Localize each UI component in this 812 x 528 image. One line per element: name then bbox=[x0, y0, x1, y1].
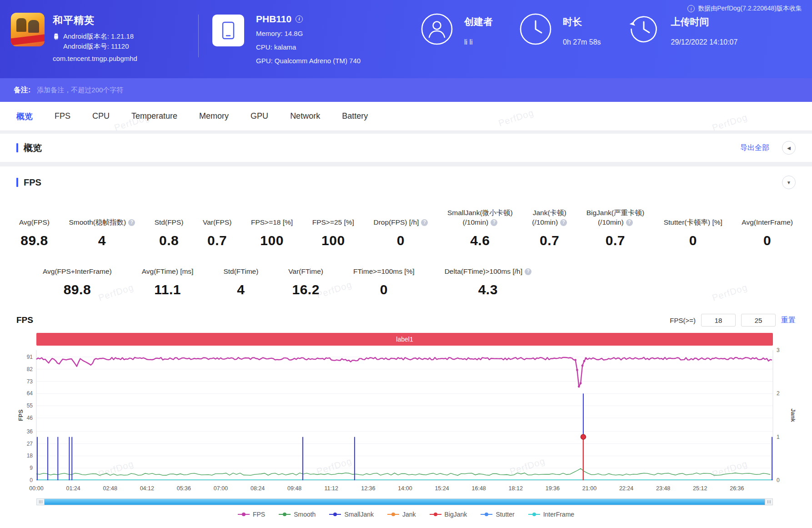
legend-interframe[interactable]: InterFrame bbox=[528, 511, 574, 518]
title-accent bbox=[16, 178, 18, 187]
app-name: 和平精英 bbox=[53, 14, 137, 27]
svg-text:14:00: 14:00 bbox=[398, 485, 412, 492]
metric-value: 100 bbox=[312, 233, 354, 248]
chart-annotation-text: label1 bbox=[396, 336, 413, 343]
svg-text:00:00: 00:00 bbox=[29, 485, 43, 492]
metric-value: 0.7 bbox=[203, 233, 231, 248]
svg-text:16:48: 16:48 bbox=[472, 485, 486, 492]
overview-title: 概览 bbox=[16, 142, 42, 154]
svg-text:46: 46 bbox=[27, 415, 33, 421]
tab-gpu[interactable]: GPU bbox=[251, 111, 268, 121]
info-icon: i bbox=[687, 5, 695, 12]
remark-input[interactable]: 备注: 添加备注，不超过200个字符 bbox=[0, 78, 812, 102]
device-model: PHB110 bbox=[256, 13, 291, 25]
fps-metrics-primary: Avg(FPS)89.8Smooth(稳帧指数)?4Std(FPS)0.8Var… bbox=[19, 207, 793, 248]
metric-value: 4.3 bbox=[445, 282, 531, 297]
help-icon[interactable]: ? bbox=[421, 219, 428, 226]
fps-chart[interactable]: 09182736465564738291012300:0001:2402:480… bbox=[16, 347, 796, 498]
svg-text:27: 27 bbox=[27, 441, 33, 447]
metric-avg-fps-interframe: Avg(FPS+InterFrame)89.8 bbox=[43, 267, 112, 297]
svg-text:0: 0 bbox=[777, 477, 780, 483]
overview-section-header: 概览 导出全部 ◀ bbox=[0, 134, 812, 162]
metric-value: 16.2 bbox=[288, 282, 323, 297]
svg-text:18: 18 bbox=[27, 453, 33, 459]
metric-label: Var(FTime) bbox=[288, 267, 323, 277]
svg-text:64: 64 bbox=[27, 390, 33, 397]
legend-stutter[interactable]: Stutter bbox=[481, 511, 514, 518]
help-icon[interactable]: ? bbox=[491, 219, 497, 226]
svg-text:05:36: 05:36 bbox=[177, 485, 191, 492]
scrollbar-thumb[interactable] bbox=[45, 499, 765, 505]
device-memory: Memory: 14.8G bbox=[256, 27, 361, 40]
metric-avg-ftime: Avg(FTime) [ms]11.1 bbox=[142, 267, 194, 297]
duration-block: 时长 0h 27m 58s bbox=[519, 13, 601, 46]
metric-label: (/10min) bbox=[532, 217, 558, 227]
metric-avg-interframe: Avg(InterFrame)0 bbox=[742, 207, 793, 248]
legend-marker-icon bbox=[279, 512, 291, 517]
tab-network[interactable]: Network bbox=[290, 111, 320, 121]
collapse-panel-button[interactable]: ◀ bbox=[782, 141, 796, 155]
overview-title-text: 概览 bbox=[24, 142, 42, 154]
metric-value: 11.1 bbox=[142, 282, 194, 297]
svg-text:21:00: 21:00 bbox=[582, 485, 596, 492]
metric-label: Delta(FTime)>100ms [/h] bbox=[445, 267, 522, 277]
svg-text:23:48: 23:48 bbox=[656, 485, 670, 492]
legend-smooth[interactable]: Smooth bbox=[279, 511, 316, 518]
metric-var-ftime: Var(FTime)16.2 bbox=[288, 267, 323, 297]
metric-label: Avg(FPS+InterFrame) bbox=[43, 267, 112, 277]
collapse-fps-button[interactable]: ▼ bbox=[782, 176, 796, 189]
svg-text:09:48: 09:48 bbox=[287, 485, 301, 492]
help-icon[interactable]: ? bbox=[525, 268, 531, 275]
metric-stutter: Stutter(卡顿率) [%]0 bbox=[664, 207, 722, 248]
help-icon[interactable]: ? bbox=[626, 219, 633, 226]
creator-icon bbox=[421, 13, 453, 45]
legend-marker-icon bbox=[387, 512, 399, 517]
legend-smalljank[interactable]: SmallJank bbox=[329, 511, 374, 518]
remark-placeholder: 添加备注，不超过200个字符 bbox=[37, 86, 123, 95]
metric-small-jank: SmallJank(微小卡顿)(/10min)?4.6 bbox=[447, 207, 513, 248]
fps-section: FPS ▼ Avg(FPS)89.8Smooth(稳帧指数)?4Std(FPS)… bbox=[0, 166, 812, 528]
legend-marker-icon bbox=[238, 512, 250, 517]
metric-label: SmallJank(微小卡顿) bbox=[447, 208, 513, 218]
metric-value: 0 bbox=[373, 233, 428, 248]
fps-threshold-input-2[interactable] bbox=[741, 314, 776, 327]
legend-fps[interactable]: FPS bbox=[238, 511, 265, 518]
metric-value: 0 bbox=[664, 233, 722, 248]
app-package: com.tencent.tmgp.pubgmhd bbox=[53, 55, 137, 62]
creator-block: 创建者 li li bbox=[421, 13, 493, 46]
svg-text:22:24: 22:24 bbox=[619, 485, 633, 492]
help-icon[interactable]: ? bbox=[128, 219, 135, 226]
metric-std-fps: Std(FPS)0.8 bbox=[155, 207, 184, 248]
app-block: 和平精英 Android版本名: 1.21.18 Android版本号: 111… bbox=[11, 13, 196, 62]
duration-clock-icon bbox=[519, 13, 552, 45]
metric-var-fps: Var(FPS)0.7 bbox=[203, 207, 231, 248]
export-all-link[interactable]: 导出全部 bbox=[740, 143, 769, 153]
metric-smooth: Smooth(稳帧指数)?4 bbox=[69, 207, 135, 248]
metric-label: Drop(FPS) [/h] bbox=[373, 217, 419, 227]
tab-memory[interactable]: Memory bbox=[199, 111, 229, 121]
fps-threshold-input-1[interactable] bbox=[701, 314, 736, 327]
device-cpu: CPU: kalama bbox=[256, 40, 361, 54]
tab-fps[interactable]: FPS bbox=[55, 111, 70, 121]
svg-text:82: 82 bbox=[27, 366, 33, 372]
scrollbar-left-handle[interactable] bbox=[37, 499, 45, 505]
svg-text:9: 9 bbox=[30, 465, 33, 471]
metric-label: FPS>=18 [%] bbox=[251, 217, 293, 227]
tab-overview[interactable]: 概览 bbox=[16, 111, 33, 122]
svg-text:3: 3 bbox=[777, 347, 780, 353]
duration-label: 时长 bbox=[563, 15, 601, 28]
device-info-icon[interactable]: i bbox=[296, 15, 303, 23]
metric-drop-fps: Drop(FPS) [/h]?0 bbox=[373, 207, 428, 248]
legend-jank[interactable]: Jank bbox=[387, 511, 416, 518]
tab-cpu[interactable]: CPU bbox=[92, 111, 110, 121]
tab-battery[interactable]: Battery bbox=[342, 111, 368, 121]
help-icon[interactable]: ? bbox=[560, 219, 567, 226]
legend-marker-icon bbox=[481, 512, 492, 517]
metric-delta-ftime: Delta(FTime)>100ms [/h]?4.3 bbox=[445, 267, 531, 297]
tab-temperature[interactable]: Temperature bbox=[131, 111, 177, 121]
header-divider bbox=[198, 15, 199, 57]
scrollbar-right-handle[interactable] bbox=[765, 499, 772, 505]
metric-label: Var(FPS) bbox=[203, 217, 231, 227]
reset-link[interactable]: 重置 bbox=[781, 316, 796, 325]
legend-bigjank[interactable]: BigJank bbox=[430, 511, 467, 518]
